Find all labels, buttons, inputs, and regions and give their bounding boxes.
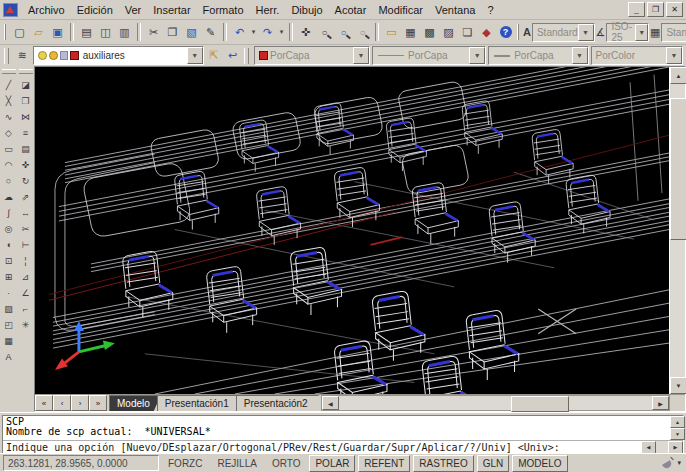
layer-lock-icon[interactable] — [60, 51, 68, 60]
lineweight-dropdown[interactable]: PorCapa ▼ — [488, 46, 588, 65]
revision-cloud-button[interactable]: ☁ — [1, 189, 17, 205]
linetype-dropdown[interactable]: PorCapa ▼ — [372, 46, 486, 65]
scroll-right-button[interactable]: ▶ — [652, 396, 669, 410]
tab-prev-button[interactable]: ‹ — [53, 395, 71, 411]
tab-modelo[interactable]: Modelo — [109, 395, 161, 411]
status-tray-arrow-icon[interactable]: ▾ — [677, 459, 683, 467]
undo-button[interactable]: ↶ — [230, 23, 249, 42]
chamfer-button[interactable]: ∠ — [18, 285, 34, 301]
multiline-text-button[interactable]: A — [1, 349, 17, 365]
plot-button[interactable]: ▤ — [77, 23, 96, 42]
table-button[interactable]: ▦ — [1, 333, 17, 349]
layer-dropdown[interactable]: auxiliares ▼ — [33, 46, 204, 65]
copy-object-button[interactable]: ❐ — [18, 93, 34, 109]
command-history-text[interactable]: SCPNombre de scp actual: *UNIVERSAL* — [3, 416, 670, 440]
scroll-down-button[interactable]: ▼ — [670, 428, 685, 440]
offset-button[interactable]: ≡ — [18, 125, 34, 141]
status-orto[interactable]: ORTO — [266, 455, 307, 472]
copy-button[interactable]: ❐ — [163, 23, 182, 42]
status-rastreo[interactable]: RASTREO — [413, 455, 473, 472]
autocad-app-icon[interactable] — [3, 3, 18, 17]
command-scroll-track[interactable] — [656, 441, 668, 454]
status-gln[interactable]: GLN — [477, 455, 510, 472]
tab-presentacion2[interactable]: Presentación2 — [236, 395, 319, 411]
layer-previous-button[interactable]: ↩ — [223, 46, 242, 65]
stretch-button[interactable]: ↔ — [18, 205, 34, 221]
chevron-down-icon[interactable]: ▼ — [635, 24, 648, 41]
chevron-down-icon[interactable]: ▼ — [187, 47, 203, 64]
horizontal-scroll-track[interactable] — [339, 396, 652, 410]
break-button[interactable]: ⊿ — [18, 269, 34, 285]
vertical-scroll-thumb[interactable] — [670, 98, 686, 240]
scroll-left-button[interactable]: ◀ — [322, 396, 339, 410]
horizontal-scroll-thumb[interactable] — [511, 396, 569, 412]
chevron-down-icon[interactable]: ▼ — [666, 47, 682, 64]
save-button[interactable]: ▣ — [48, 23, 67, 42]
status-forzc[interactable]: FORZC — [162, 455, 208, 472]
menu-archivo[interactable]: Archivo — [22, 3, 71, 17]
make-layer-current-button[interactable]: ⇱ — [205, 46, 224, 65]
hatch-button[interactable]: ▨ — [1, 301, 17, 317]
command-prompt[interactable]: Indique una opción [Nuevo/DEsplazar/Orto… — [3, 442, 641, 453]
region-button[interactable]: ◰ — [1, 317, 17, 333]
markup-button[interactable]: ◆ — [477, 23, 496, 42]
distance-button[interactable]: ▭ — [382, 23, 401, 42]
menu-formato[interactable]: Formato — [197, 3, 250, 17]
command-vertical-scrollbar[interactable]: ▲ ▼ — [670, 416, 683, 440]
scroll-up-button[interactable]: ▲ — [670, 416, 685, 428]
publish-button[interactable]: ▥ — [115, 23, 134, 42]
construction-line-button[interactable]: ╳ — [1, 93, 17, 109]
status-refent[interactable]: REFENT — [358, 455, 410, 472]
layer-freeze-icon[interactable] — [49, 51, 58, 60]
menu-dibujo[interactable]: Dibujo — [285, 3, 328, 17]
menu-ver[interactable]: Ver — [119, 3, 148, 17]
scroll-down-button[interactable]: ▼ — [670, 377, 686, 394]
tool-palettes-button[interactable]: ▨ — [439, 23, 458, 42]
array-button[interactable]: ▤ — [18, 141, 34, 157]
scale-button[interactable]: ⇗ — [18, 189, 34, 205]
horizontal-scrollbar[interactable]: ◀ ▶ — [321, 395, 670, 411]
plot-style-dropdown[interactable]: PorColor ▼ — [591, 46, 683, 65]
toolbar-grip[interactable] — [19, 69, 33, 74]
move-button[interactable]: ✜ — [18, 157, 34, 173]
tab-next-button[interactable]: › — [71, 395, 89, 411]
command-horizontal-scrollbar[interactable]: ◀ ▶ — [641, 441, 683, 454]
tab-last-button[interactable]: » — [89, 395, 107, 411]
scroll-right-button[interactable]: ▶ — [668, 441, 683, 454]
erase-button[interactable]: ◪ — [18, 77, 34, 93]
status-modelo[interactable]: MODELO — [512, 455, 567, 472]
undo-dropdown-arrow[interactable]: ▾ — [249, 23, 258, 42]
mirror-button[interactable]: ⋈ — [18, 109, 34, 125]
polyline-button[interactable]: ∿ — [1, 109, 17, 125]
point-button[interactable]: · — [1, 285, 17, 301]
redo-dropdown-arrow[interactable]: ▾ — [277, 23, 286, 42]
status-polar[interactable]: POLAR — [309, 455, 355, 472]
menu-insertar[interactable]: Insertar — [147, 3, 196, 17]
spline-button[interactable]: ∫ — [1, 205, 17, 221]
menu-herramientas[interactable]: Herr. — [250, 3, 286, 17]
chevron-down-icon[interactable]: ▼ — [578, 24, 594, 41]
toolbar-grip[interactable] — [2, 69, 16, 74]
scroll-up-button[interactable]: ▲ — [670, 67, 686, 84]
tab-first-button[interactable]: « — [35, 395, 53, 411]
ellipse-arc-button[interactable]: ◖ — [1, 237, 17, 253]
toolbar-grip[interactable] — [517, 24, 519, 40]
menu-acotar[interactable]: Acotar — [329, 3, 373, 17]
zoom-realtime-button[interactable]: ○ — [315, 23, 334, 42]
pan-button[interactable]: ✜ — [296, 23, 315, 42]
communication-center-icon[interactable] — [662, 458, 674, 468]
arc-button[interactable]: ◠ — [1, 157, 17, 173]
dim-style-dropdown[interactable]: ISO-25 ▼ — [606, 23, 649, 42]
rotate-button[interactable]: ↻ — [18, 173, 34, 189]
close-button[interactable]: ✕ — [666, 2, 683, 17]
make-block-button[interactable]: ⊞ — [1, 269, 17, 285]
status-rejilla[interactable]: REJILLA — [211, 455, 262, 472]
minimize-button[interactable]: _ — [628, 2, 645, 17]
properties-button[interactable]: ▦ — [401, 23, 420, 42]
help-button[interactable]: ? — [496, 23, 515, 42]
trim-button[interactable]: ✂ — [18, 221, 34, 237]
chevron-down-icon[interactable]: ▼ — [469, 47, 485, 64]
match-properties-button[interactable]: ✎ — [201, 23, 220, 42]
chevron-down-icon[interactable]: ▼ — [572, 47, 588, 64]
text-style-dropdown[interactable]: Standard ▼ — [532, 23, 595, 42]
